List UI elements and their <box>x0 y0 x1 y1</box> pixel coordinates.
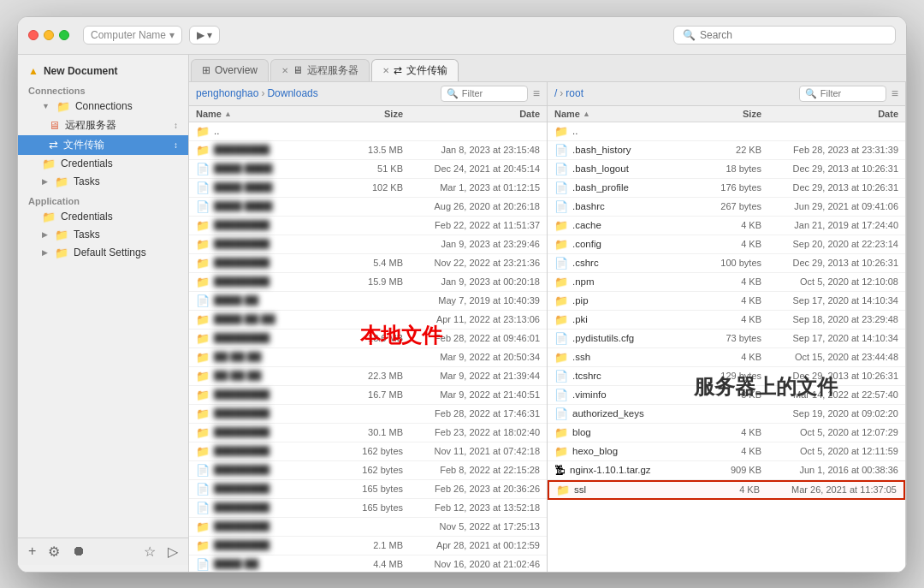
list-item[interactable]: 📄████████162 bytesFeb 8, 2022 at 22:15:2… <box>189 461 547 480</box>
add-button[interactable]: + <box>25 542 39 561</box>
file-name: .npm <box>572 276 693 287</box>
list-item[interactable]: 📄.pydistutils.cfg73 bytesSep 17, 2020 at… <box>548 330 905 348</box>
play-button[interactable]: ▶ ▾ <box>189 26 220 45</box>
computer-name-button[interactable]: Computer Name ▾ <box>83 26 182 45</box>
list-item[interactable]: 🗜nginx-1.10.1.tar.gz909 KBJun 1, 2016 at… <box>548 461 905 480</box>
breadcrumb-root[interactable]: root <box>566 87 583 99</box>
tab-close-transfer[interactable]: ✕ <box>382 66 389 75</box>
record-button[interactable]: ⏺ <box>68 542 89 561</box>
file-size: 162 bytes <box>335 465 403 475</box>
right-col-size[interactable]: Size <box>693 109 761 119</box>
sidebar-item-tasks[interactable]: ▶ 📁 Tasks <box>18 173 188 191</box>
breadcrumb-root-slash[interactable]: / <box>554 87 557 99</box>
left-col-date[interactable]: Date <box>403 109 540 119</box>
right-col-name[interactable]: Name ▲ <box>554 109 693 119</box>
list-item[interactable]: 📄████████165 bytesFeb 26, 2023 at 20:36:… <box>189 480 547 499</box>
sidebar-item-remote-server[interactable]: 🖥 远程服务器 ↕ <box>18 116 188 135</box>
list-item[interactable]: 📁████████13.5 MBJan 8, 2023 at 23:15:48 <box>189 141 547 160</box>
left-col-name[interactable]: Name ▲ <box>196 109 335 119</box>
list-item[interactable]: 📁ssl4 KBMar 26, 2021 at 11:37:05 <box>548 480 905 500</box>
search-bar[interactable]: 🔍 <box>673 26 896 45</box>
list-item[interactable]: 📁██ ██ ██22.3 MBMar 9, 2022 at 21:39:44 <box>189 367 547 386</box>
list-item[interactable]: 📁hexo_blog4 KBOct 5, 2020 at 12:11:59 <box>548 442 905 461</box>
list-item[interactable]: 📁████████162 bytesNov 11, 2021 at 07:42:… <box>189 442 547 461</box>
right-file-list[interactable]: 📁..📄.bash_history22 KBFeb 28, 2023 at 23… <box>548 122 905 572</box>
list-item[interactable]: 📁.. <box>189 122 547 141</box>
breadcrumb-user[interactable]: penghonghao <box>196 87 258 99</box>
list-item[interactable]: 📁blog4 KBOct 5, 2020 at 12:07:29 <box>548 424 905 442</box>
list-item[interactable]: 📁.. <box>548 122 905 141</box>
list-item[interactable]: 📄.bash_profile176 bytesDec 29, 2013 at 1… <box>548 179 905 198</box>
list-item[interactable]: 📄.cshrc100 bytesDec 29, 2013 at 10:26:31 <box>548 254 905 273</box>
minimize-button[interactable] <box>44 30 54 40</box>
file-name: .viminfo <box>572 389 693 400</box>
fullscreen-button[interactable] <box>59 30 69 40</box>
close-button[interactable] <box>28 30 38 40</box>
default-settings-label: Default Settings <box>74 246 146 258</box>
left-filter[interactable]: 🔍 <box>441 86 528 102</box>
list-item[interactable]: 📄.bashrc267 bytesJun 29, 2021 at 09:41:0… <box>548 198 905 217</box>
list-item[interactable]: 📄.tcshrc129 bytesDec 29, 2013 at 10:26:3… <box>548 367 905 386</box>
list-item[interactable]: 📁████████Nov 5, 2022 at 17:25:13 <box>189 518 547 537</box>
file-icon: 📄 <box>554 181 568 194</box>
list-item[interactable]: 📁████ ██ ██Apr 11, 2022 at 23:13:06 <box>189 311 547 330</box>
list-item[interactable]: 📁.cache4 KBJan 21, 2019 at 17:24:40 <box>548 217 905 235</box>
list-item[interactable]: 📁.config4 KBSep 20, 2020 at 22:23:14 <box>548 235 905 254</box>
file-date: Jan 21, 2019 at 17:24:40 <box>761 220 898 230</box>
list-item[interactable]: 📁.ssh4 KBOct 15, 2020 at 23:44:48 <box>548 348 905 367</box>
file-size: 73 bytes <box>693 333 761 343</box>
sidebar-item-app-credentials[interactable]: 📁 Credentials <box>18 208 188 226</box>
tab-transfer[interactable]: ✕ ⇄ 文件传输 <box>371 59 459 81</box>
list-item[interactable]: 📄████ ████51 KBDec 24, 2021 at 20:45:14 <box>189 160 547 179</box>
list-item[interactable]: 📄████ ██4.4 MBNov 16, 2020 at 21:02:46 <box>189 555 547 572</box>
list-item[interactable]: 📁.pki4 KBSep 18, 2020 at 23:29:48 <box>548 311 905 330</box>
list-item[interactable]: 📁████████Feb 22, 2022 at 11:51:37 <box>189 217 547 235</box>
play-small-button[interactable]: ▷ <box>164 542 181 561</box>
settings-button[interactable]: ⚙ <box>44 542 63 561</box>
list-item[interactable]: 📄████ ████Aug 26, 2020 at 20:26:18 <box>189 198 547 217</box>
list-item[interactable]: 📁.pip4 KBSep 17, 2020 at 14:10:34 <box>548 292 905 311</box>
list-item[interactable]: 📁████████30.1 MBFeb 23, 2022 at 18:02:40 <box>189 424 547 442</box>
list-item[interactable]: 📁████████18.6 MBFeb 28, 2022 at 09:46:01 <box>189 330 547 348</box>
right-col-date[interactable]: Date <box>761 109 898 119</box>
file-icon: 📁 <box>554 445 568 458</box>
list-item[interactable]: 📁████████2.1 MBApr 28, 2021 at 00:12:59 <box>189 537 547 555</box>
tab-remote[interactable]: ✕ 🖥 远程服务器 <box>270 59 370 81</box>
list-item[interactable]: 📄.viminfo8 KBMar 14, 2022 at 22:57:40 <box>548 386 905 405</box>
file-name: .pip <box>572 295 693 306</box>
right-filter-input[interactable] <box>820 88 880 98</box>
sidebar-item-file-transfer[interactable]: ⇄ 文件传输 ↕ <box>18 135 188 155</box>
file-size: 4 KB <box>691 484 760 495</box>
list-item[interactable]: 📄authorized_keysSep 19, 2020 at 09:02:20 <box>548 405 905 424</box>
star-button[interactable]: ☆ <box>140 542 159 561</box>
file-date: Mar 9, 2022 at 20:50:34 <box>403 352 540 362</box>
list-item[interactable]: 📁████████15.9 MBJan 9, 2023 at 00:20:18 <box>189 273 547 292</box>
list-item[interactable]: 📁████████Feb 28, 2022 at 17:46:31 <box>189 405 547 424</box>
list-item[interactable]: 📁██ ██ ██Mar 9, 2022 at 20:50:34 <box>189 348 547 367</box>
list-item[interactable]: 📁.npm4 KBOct 5, 2020 at 12:10:08 <box>548 273 905 292</box>
tab-overview[interactable]: ⊞ Overview <box>191 59 269 81</box>
left-col-size[interactable]: Size <box>335 109 403 119</box>
overview-icon: ⊞ <box>202 64 210 76</box>
list-item[interactable]: 📄████ ██May 7, 2019 at 10:40:39 <box>189 292 547 311</box>
right-list-view-button[interactable]: ≡ <box>891 86 898 100</box>
list-item[interactable]: 📄████ ████102 KBMar 1, 2023 at 01:12:15 <box>189 179 547 198</box>
left-filter-input[interactable] <box>462 88 522 98</box>
sidebar-item-app-tasks[interactable]: ▶ 📁 Tasks <box>18 226 188 244</box>
search-input[interactable] <box>700 29 871 41</box>
list-item[interactable]: 📄.bash_logout18 bytesDec 29, 2013 at 10:… <box>548 160 905 179</box>
sidebar-item-credentials[interactable]: 📁 Credentials <box>18 155 188 173</box>
breadcrumb-downloads[interactable]: Downloads <box>267 87 317 99</box>
file-icon: 📁 <box>554 426 568 439</box>
list-item[interactable]: 📁████████Jan 9, 2023 at 23:29:46 <box>189 235 547 254</box>
list-item[interactable]: 📁████████5.4 MBNov 22, 2022 at 23:21:36 <box>189 254 547 273</box>
sidebar-item-default-settings[interactable]: ▶ 📁 Default Settings <box>18 244 188 262</box>
list-item[interactable]: 📄████████165 bytesFeb 12, 2023 at 13:52:… <box>189 499 547 518</box>
list-item[interactable]: 📄.bash_history22 KBFeb 28, 2023 at 23:31… <box>548 141 905 160</box>
list-item[interactable]: 📁████████16.7 MBMar 9, 2022 at 21:40:51 <box>189 386 547 405</box>
left-list-view-button[interactable]: ≡ <box>533 86 540 100</box>
right-filter[interactable]: 🔍 <box>799 86 886 102</box>
file-size: 4 KB <box>693 220 761 230</box>
tab-close-remote[interactable]: ✕ <box>281 66 288 75</box>
left-file-list[interactable]: 📁..📁████████13.5 MBJan 8, 2023 at 23:15:… <box>189 122 547 572</box>
